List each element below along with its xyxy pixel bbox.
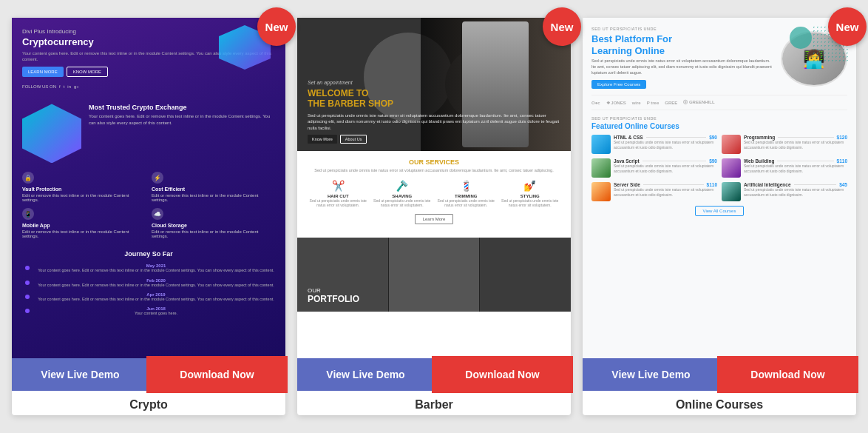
new-badge-crypto: New [257, 7, 296, 46]
courses-logos: O●c ❖ JONES wire P tree GREE ⓪ GREENHILL [591, 95, 847, 110]
view-all-courses-btn[interactable]: View All Courses [695, 206, 745, 216]
cost-efficient-icon: ⚡ [152, 172, 163, 184]
course-info-2: Java Script $90 Sed ut perspiciatis unde… [614, 158, 717, 173]
crypto-preview: Divi Plus Introducing Cryptocurrency You… [12, 18, 285, 358]
timeline-dot-1 [25, 281, 30, 285]
crypto-mid: Most Trusted Crypto Exchange Your conten… [22, 104, 275, 163]
timeline-dot-3 [25, 309, 30, 313]
download-button-barber[interactable]: Download Now [434, 358, 571, 391]
timeline-item-2: Apr 2019 Your content goes here. Edit or… [37, 292, 275, 302]
course-thumb-1 [722, 135, 741, 154]
logo-2: wire [632, 101, 641, 105]
course-item-1: Programming $120 Sed ut perspiciatis und… [722, 135, 847, 154]
card-crypto: New Divi Plus Introducing Cryptocurrency… [12, 18, 285, 415]
cards-container: New Divi Plus Introducing Cryptocurrency… [12, 18, 856, 415]
card-label-courses: Online Courses [583, 391, 856, 415]
card-preview-courses: SED UT PERSPICIATIS UNDE Best Platform F… [583, 18, 856, 358]
courses-cta-button[interactable]: Explore Free Courses [591, 80, 646, 89]
crypto-features: 🔒 Vault Protection Edit or remove this t… [22, 172, 275, 238]
download-highlight-barber: Download Now [434, 358, 571, 391]
logo-4: GREE [665, 101, 677, 105]
courses-hero-desc: Sed ut perspiciatis unde omnis iste natu… [591, 58, 775, 75]
crypto-social: FOLLOW US ON fting+ [22, 84, 275, 89]
live-demo-button-courses[interactable]: View Live Demo [583, 358, 719, 391]
course-thumb-4 [591, 182, 611, 201]
new-badge-barber: New [543, 7, 581, 46]
crypto-cube [22, 104, 81, 163]
course-item-4: Server Side $110 Sed ut perspiciatis und… [591, 182, 717, 201]
barber-learn-btn[interactable]: Learn More [415, 214, 454, 224]
card-footer-crypto: View Live Demo Download Now [12, 358, 285, 391]
barber-services-grid: ✂️ HAIR CUT Sed ut perspiciatis unde omn… [308, 180, 560, 208]
crypto-btn-know[interactable]: KNOW MORE [67, 67, 108, 77]
logo-1: ❖ JONES [606, 100, 626, 105]
barber-portfolio-label: OUR PORTFOLIO [308, 287, 359, 304]
live-demo-button-crypto[interactable]: View Live Demo [12, 358, 149, 391]
course-name-line-0: HTML & CSS $90 [614, 135, 717, 140]
course-name-line-4: Server Side $110 [614, 182, 717, 187]
logo-0: O●c [591, 101, 600, 105]
course-info-1: Programming $120 Sed ut perspiciatis und… [744, 135, 847, 150]
card-footer-barber: View Live Demo Download Now [297, 358, 571, 391]
card-barber: New Set an appointment WELCOME TO THE BA… [297, 18, 571, 415]
crypto-timeline: May 2021 Your content goes here. Edit or… [22, 264, 275, 316]
courses-grid: HTML & CSS $90 Sed ut perspiciatis unde … [591, 135, 847, 201]
barber-preview: Set an appointment WELCOME TO THE BARBER… [297, 18, 571, 358]
crypto-mid-text: Most Trusted Crypto Exchange Your conten… [89, 104, 275, 126]
cloud-storage-icon: ☁️ [152, 208, 163, 220]
courses-section-label: SED UT PERSPICIATIS UNDE [591, 116, 847, 121]
live-demo-button-barber[interactable]: View Live Demo [297, 358, 434, 391]
course-item-5: Artificial Intelligence $45 Sed ut persp… [722, 182, 847, 201]
card-footer-courses: View Live Demo Download Now [583, 358, 856, 391]
barber-hero: Set an appointment WELCOME TO THE BARBER… [297, 18, 571, 151]
logo-3: P tree [647, 101, 660, 105]
course-item-3: Web Building $110 Sed ut perspiciatis un… [722, 158, 847, 178]
barber-service-styling: 💅 STYLING Sed ut perspiciatis unde omnis… [500, 180, 561, 208]
vault-protection-icon: 🔒 [22, 172, 34, 184]
barber-services-title: OUR SERVICES [308, 158, 560, 166]
styling-icon: 💅 [500, 180, 561, 192]
haircut-icon: ✂️ [308, 180, 369, 192]
course-info-5: Artificial Intelligence $45 Sed ut persp… [744, 182, 847, 197]
barber-services: OUR SERVICES Sed ut perspiciatis unde om… [297, 151, 571, 238]
download-highlight-crypto: Download Now [149, 358, 285, 391]
timeline-item-1: Feb 2020 Your content goes here. Edit or… [37, 278, 275, 288]
course-info-4: Server Side $110 Sed ut perspiciatis und… [614, 182, 717, 197]
download-button-courses[interactable]: Download Now [719, 358, 856, 391]
download-highlight-courses: Download Now [719, 358, 856, 391]
timeline-dot-0 [25, 266, 30, 270]
courses-hero-text: Best Platform For Learning Online Sed ut… [591, 31, 775, 89]
trimming-icon: 💈 [435, 180, 497, 192]
logo-5: ⓪ GREENHILL [683, 99, 714, 106]
barber-know-more-btn[interactable]: Know More [308, 135, 337, 144]
course-thumb-2 [591, 158, 611, 178]
card-label-crypto: Crypto [12, 391, 285, 415]
crypto-feature-1: ⚡ Cost Efficient Edit or remove this tex… [152, 172, 275, 202]
timeline-item-3: Jun 2018 Your content goes here. [37, 306, 275, 316]
download-button-crypto[interactable]: Download Now [149, 358, 285, 391]
card-label-barber: Barber [297, 391, 571, 415]
barber-hero-text: Sed ut perspiciatis unde omnis iste natu… [308, 113, 560, 131]
crypto-feature-3: ☁️ Cloud Storage Edit or remove this tex… [152, 208, 275, 238]
crypto-feature-0: 🔒 Vault Protection Edit or remove this t… [22, 172, 146, 202]
card-online-courses: New SED UT PERSPICIATIS UNDE Best Platfo… [583, 18, 856, 415]
course-thumb-5 [722, 182, 741, 201]
crypto-btn-learn[interactable]: LEARN MORE [22, 67, 64, 77]
crypto-feature-2: 📱 Mobile App Edit or remove this text in… [22, 208, 146, 238]
timeline-item-0: May 2021 Your content goes here. Edit or… [37, 264, 275, 273]
timeline-dot-2 [25, 295, 30, 299]
card-preview-barber: Set an appointment WELCOME TO THE BARBER… [297, 18, 571, 358]
barber-services-desc: Sed ut perspiciatis unde omnis iste natu… [308, 168, 560, 174]
crypto-journey: Journey So Far May 2021 Your content goe… [22, 250, 275, 316]
mobile-app-icon: 📱 [22, 208, 34, 220]
course-item-2: Java Script $90 Sed ut perspiciatis unde… [591, 158, 717, 178]
course-name-line-5: Artificial Intelligence $45 [744, 182, 847, 187]
barber-about-btn[interactable]: About Us [340, 135, 367, 144]
new-badge-courses: New [828, 7, 867, 46]
course-info-3: Web Building $110 Sed ut perspiciatis un… [744, 158, 847, 173]
card-preview-crypto: Divi Plus Introducing Cryptocurrency You… [12, 18, 285, 358]
barber-hero-content: Set an appointment WELCOME TO THE BARBER… [297, 73, 571, 151]
course-name-line-1: Programming $120 [744, 135, 847, 140]
courses-teal-decoration [790, 27, 812, 49]
barber-hero-heading: WELCOME TO THE BARBER SHOP [308, 88, 560, 110]
